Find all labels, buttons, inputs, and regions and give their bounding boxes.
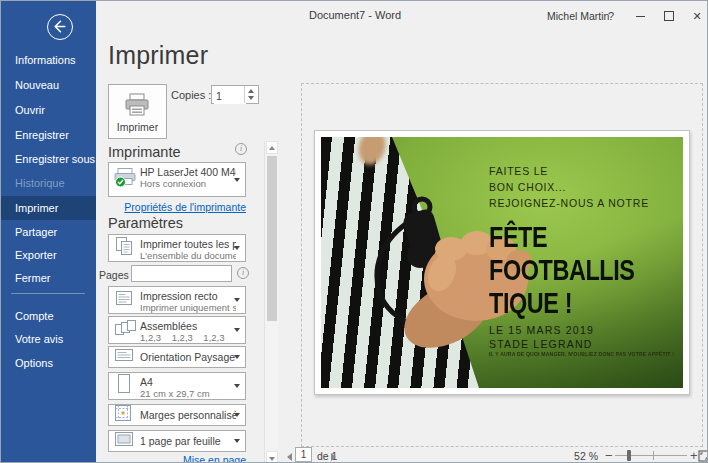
pages-per-sheet-dropdown[interactable]: 1 page par feuille (108, 430, 246, 452)
sidebar-item-fermer[interactable]: Fermer (1, 266, 96, 290)
next-page-icon[interactable] (331, 453, 336, 461)
sidebar-item-exporter[interactable]: Exporter (1, 243, 96, 267)
copies-input[interactable] (214, 87, 246, 104)
sidebar-item-votre-avis[interactable]: Votre avis (1, 327, 96, 351)
dropdown-line2: Imprimer uniquement s... (140, 302, 236, 313)
sidebar-item-enregistrer-sous[interactable]: Enregistrer sous (1, 147, 96, 171)
back-arrow-icon (48, 15, 71, 38)
back-button[interactable] (47, 14, 73, 40)
chevron-down-icon (234, 178, 240, 182)
zoom-out-icon[interactable]: − (605, 448, 613, 463)
sidebar-item-nouveau[interactable]: Nouveau (1, 73, 96, 97)
chevron-down-icon (234, 355, 240, 359)
print-button[interactable]: Imprimer (108, 84, 167, 139)
orientation-dropdown[interactable]: Orientation Paysage (108, 346, 246, 368)
dropdown-line1: Imprimer toutes les pages (140, 238, 236, 250)
paper-size-dropdown[interactable]: A4 21 cm x 29,7 cm (108, 372, 246, 400)
collation-dropdown[interactable]: Assemblées 1,2,3 1,2,3 1,2,3 (108, 316, 246, 344)
preview-page: FAITES LE BON CHOIX... REJOIGNEZ-NOUS A … (314, 130, 690, 395)
printer-section-heading: Imprimante (108, 144, 181, 160)
printer-status: Hors connexion (140, 178, 206, 189)
dropdown-line1: 1 page par feuille (140, 435, 221, 447)
poster-note: IL Y AURA DE QUOI MANGER, N'OUBLIEZ DONC… (489, 351, 674, 357)
copies-label: Copies : (171, 89, 211, 101)
spinner-down-icon[interactable] (248, 96, 254, 100)
sidebar-item-informations[interactable]: Informations (1, 48, 96, 72)
poster-title-line2: FOOTBALLIS (489, 255, 635, 285)
maximize-icon[interactable] (657, 1, 681, 31)
dropdown-line2: 21 cm x 29,7 cm (140, 388, 210, 399)
poster-date: LE 15 MARS 2019 (489, 324, 594, 336)
sidebar-item-options[interactable]: Options (1, 351, 96, 375)
poster-intro-line3: REJOIGNEZ-NOUS A NOTRE (489, 197, 649, 209)
minimize-bar (636, 16, 645, 17)
help-icon[interactable]: ? (599, 1, 623, 31)
dropdown-line1: A4 (140, 376, 153, 388)
collated-icon (114, 319, 136, 341)
previous-page-icon[interactable] (287, 453, 292, 461)
current-page-input[interactable] (295, 447, 312, 462)
print-all-pages-icon (114, 236, 134, 260)
sidebar-item-imprimer[interactable]: Imprimer (1, 196, 96, 220)
copies-stepper[interactable] (211, 85, 259, 104)
zoom-slider-center-tick (653, 451, 654, 460)
chevron-down-icon (234, 384, 240, 388)
print-button-label: Imprimer (109, 121, 166, 133)
pages-per-sheet-icon (114, 431, 134, 451)
margins-dropdown[interactable]: Marges personnalisées (108, 404, 246, 426)
poster-venue: STADE LEGRAND (489, 338, 593, 350)
scroll-down-icon[interactable] (266, 451, 278, 463)
sidebar-item-partager[interactable]: Partager (1, 220, 96, 244)
one-sided-icon (114, 288, 134, 312)
zoom-to-page-icon[interactable] (698, 450, 708, 462)
copies-spinner[interactable] (244, 86, 258, 103)
minimize-icon[interactable] (629, 1, 653, 31)
scroll-up-icon[interactable] (266, 141, 278, 154)
zoom-percentage[interactable]: 52 % (556, 450, 598, 462)
pages-info-icon[interactable]: i (237, 267, 249, 279)
spinner-up-icon[interactable] (248, 89, 254, 93)
maximize-box (664, 11, 674, 21)
poster-intro-line2: BON CHOIX... (489, 181, 566, 193)
printer-properties-link[interactable]: Propriétés de l'imprimante (108, 201, 246, 213)
printer-name: HP LaserJet 400 M401 PC... (140, 166, 236, 178)
pages-label: Pages : (99, 269, 135, 281)
chevron-down-icon (234, 298, 240, 302)
poster-title-line3: TIQUE ! (489, 288, 572, 318)
paper-size-icon (114, 373, 134, 399)
backstage-sidebar: Informations Nouveau Ouvrir Enregistrer … (1, 1, 96, 463)
printer-device-icon (114, 167, 138, 192)
zoom-slider-thumb[interactable] (627, 450, 631, 461)
zoom-slider-track[interactable] (615, 455, 687, 456)
panel-scrollbar[interactable] (264, 141, 278, 463)
poster-intro-line1: FAITES LE (489, 165, 548, 177)
poster-title-line1: FÊTE (489, 222, 547, 252)
poster-image: FAITES LE BON CHOIX... REJOIGNEZ-NOUS A … (321, 137, 683, 388)
dropdown-line1: Marges personnalisées (140, 409, 236, 421)
chevron-down-icon (234, 328, 240, 332)
chevron-down-icon (234, 439, 240, 443)
printer-select-dropdown[interactable]: HP LaserJet 400 M401 PC... Hors connexio… (108, 162, 246, 197)
dropdown-line1: Orientation Paysage (140, 351, 235, 363)
sidebar-item-compte[interactable]: Compte (1, 304, 96, 328)
printer-info-icon[interactable]: i (235, 143, 247, 155)
print-range-dropdown[interactable]: Imprimer toutes les pages L'ensemble du … (108, 234, 246, 262)
dropdown-line2: L'ensemble du document (140, 250, 236, 261)
sidebar-item-enregistrer[interactable]: Enregistrer (1, 123, 96, 147)
close-icon[interactable]: ✕ (685, 1, 708, 31)
chevron-down-icon (234, 413, 240, 417)
zoom-in-icon[interactable]: + (690, 448, 698, 463)
page-title: Imprimer (108, 41, 208, 70)
word-print-backstage: { "window": { "title": "Document7 - Word… (0, 0, 708, 463)
page-setup-link[interactable]: Mise en page (108, 454, 246, 463)
printer-icon (124, 93, 150, 117)
chevron-down-icon (234, 246, 240, 250)
orientation-landscape-icon (114, 347, 134, 367)
pages-input[interactable] (131, 265, 232, 282)
scrollbar-thumb[interactable] (267, 156, 277, 321)
dropdown-line1: Assemblées (140, 320, 197, 332)
title-bar: Document7 - Word Michel Martin ? ✕ (1, 1, 708, 31)
duplex-dropdown[interactable]: Impression recto Imprimer uniquement s..… (108, 286, 246, 314)
sidebar-item-ouvrir[interactable]: Ouvrir (1, 98, 96, 122)
dropdown-line2: 1,2,3 1,2,3 1,2,3 (140, 332, 225, 343)
